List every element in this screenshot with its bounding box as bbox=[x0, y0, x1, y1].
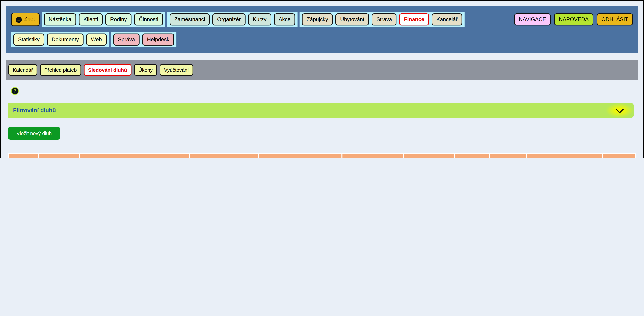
nav-item-statistiky[interactable]: Statistiky bbox=[14, 33, 44, 45]
col-header-stredisko: Středisko bbox=[39, 154, 79, 158]
nav-item-kancelar[interactable]: Kancelář bbox=[432, 13, 462, 25]
nav-item-klienti[interactable]: Klienti bbox=[79, 13, 103, 25]
table-header-row: StřediskoKlientDatum vzniku▲▼SplatnostČá… bbox=[9, 154, 635, 158]
main-nav-row-2: StatistikyDokumentyWebSprávaHelpdesk bbox=[11, 32, 633, 47]
back-label: Zpět bbox=[24, 16, 35, 21]
nav-group-cream: StatistikyDokumentyWeb bbox=[11, 32, 109, 47]
nav-item-zapujcky[interactable]: Zápůjčky bbox=[302, 13, 333, 25]
col-header-zdroj: Zdroj bbox=[455, 154, 489, 158]
subnav-item-kalendar[interactable]: Kalendář bbox=[8, 64, 37, 76]
col-header-empty-10 bbox=[603, 154, 635, 158]
col-header-castka-puvodni: Částka původní bbox=[342, 154, 403, 158]
back-button[interactable]: ←Zpět bbox=[11, 13, 40, 26]
nav-item-sprava[interactable]: Správa bbox=[113, 33, 140, 45]
nav-groups-row2: StatistikyDokumentyWebSprávaHelpdesk bbox=[11, 32, 176, 47]
subnav-item-sledovani-dluhu[interactable]: Sledování dluhů bbox=[84, 64, 132, 76]
main-nav: ←Zpět NástěnkaKlientiRodinyČinnostiZaměs… bbox=[6, 6, 638, 53]
nav-groups-row1: NástěnkaKlientiRodinyČinnostiZaměstnanci… bbox=[42, 12, 464, 27]
col-header-zustatek: Zůstatek▲▼ bbox=[404, 154, 454, 158]
col-header-datum-vzniku: Datum vzniku▲▼ bbox=[190, 154, 258, 158]
nav-group-tan: ZápůjčkyUbytováníStravaFinanceKancelář bbox=[300, 12, 464, 27]
main-nav-row-1: ←Zpět NástěnkaKlientiRodinyČinnostiZaměs… bbox=[11, 12, 633, 27]
nav-item-rodiny[interactable]: Rodiny bbox=[105, 13, 132, 25]
col-header-klient: Klient bbox=[80, 154, 189, 158]
nav-item-napoveda[interactable]: NÁPOVĚDA bbox=[554, 13, 593, 25]
nav-item-web[interactable]: Web bbox=[86, 33, 106, 45]
col-header-stav: Stav▲▼ bbox=[490, 154, 526, 158]
help-icon[interactable]: ? bbox=[11, 87, 19, 95]
col-header-duvod: Důvod bbox=[527, 154, 602, 158]
subnav-item-ukony[interactable]: Úkony bbox=[134, 64, 157, 76]
nav-item-navigace[interactable]: NAVIGACE bbox=[514, 13, 551, 25]
nav-item-finance[interactable]: Finance bbox=[399, 13, 429, 25]
app-window: ←Zpět NástěnkaKlientiRodinyČinnostiZaměs… bbox=[0, 0, 644, 158]
nav-item-strava[interactable]: Strava bbox=[372, 13, 397, 25]
subnav-item-prehled-plateb[interactable]: Přehled plateb bbox=[40, 64, 81, 76]
nav-item-organizer[interactable]: Organizér bbox=[212, 13, 246, 25]
nav-item-nastenka[interactable]: Nástěnka bbox=[44, 13, 76, 25]
chevron-down-icon[interactable] bbox=[605, 103, 634, 118]
debts-table: StřediskoKlientDatum vzniku▲▼SplatnostČá… bbox=[8, 153, 636, 158]
filter-panel-header[interactable]: Filtrování dluhů bbox=[8, 103, 634, 118]
nav-group-sage: ZaměstnanciOrganizérKurzyAkce bbox=[167, 12, 298, 27]
back-arrow-icon: ← bbox=[16, 17, 22, 23]
col-header-splatnost: Splatnost bbox=[259, 154, 342, 158]
filter-panel-title: Filtrování dluhů bbox=[13, 107, 56, 114]
nav-group-mint: NástěnkaKlientiRodinyČinnosti bbox=[42, 12, 165, 27]
nav-item-odhlasit[interactable]: ODHLÁSIT bbox=[597, 13, 633, 25]
nav-item-kurzy[interactable]: Kurzy bbox=[248, 13, 271, 25]
add-debt-button[interactable]: Vložit nový dluh bbox=[8, 127, 60, 140]
nav-group-rose: SprávaHelpdesk bbox=[111, 32, 176, 47]
nav-right-buttons: NAVIGACENÁPOVĚDAODHLÁSIT bbox=[514, 13, 633, 25]
nav-item-helpdesk[interactable]: Helpdesk bbox=[142, 33, 174, 45]
nav-item-akce[interactable]: Akce bbox=[274, 13, 295, 25]
nav-item-zamestnanci[interactable]: Zaměstnanci bbox=[170, 13, 210, 25]
subnav-item-vyuctovani[interactable]: Vyúčtování bbox=[160, 64, 193, 76]
nav-item-ubytovani[interactable]: Ubytování bbox=[336, 13, 369, 25]
nav-item-dokumenty[interactable]: Dokumenty bbox=[47, 33, 84, 45]
col-header-empty-0 bbox=[9, 154, 38, 158]
nav-item-cinnosti[interactable]: Činnosti bbox=[134, 13, 163, 25]
chevron-shape bbox=[616, 105, 624, 113]
sub-nav: KalendářPřehled platebSledování dluhůÚko… bbox=[6, 60, 638, 80]
